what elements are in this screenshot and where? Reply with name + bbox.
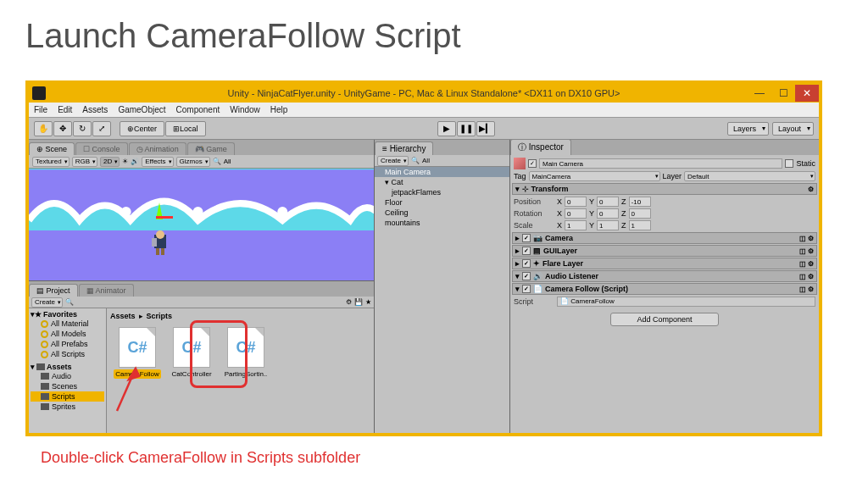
layout-dropdown[interactable]: Layout bbox=[772, 122, 814, 136]
flare-header[interactable]: ▸ ✦ Flare Layer◫ ⚙ bbox=[512, 258, 817, 269]
folder-audio[interactable]: Audio bbox=[31, 371, 104, 381]
search-icon[interactable]: 🔍 bbox=[65, 298, 74, 306]
tab-console[interactable]: ☐ Console bbox=[75, 142, 128, 155]
folder-scripts[interactable]: Scripts bbox=[31, 391, 104, 402]
tag-dropdown[interactable]: MainCamera bbox=[529, 171, 660, 181]
pos-x-field[interactable] bbox=[565, 197, 587, 207]
star-icon[interactable]: ★ bbox=[365, 298, 371, 306]
hier-ceiling[interactable]: Ceiling bbox=[375, 208, 509, 218]
guilayer-enabled-checkbox[interactable] bbox=[522, 247, 531, 255]
menu-help[interactable]: Help bbox=[270, 105, 288, 114]
script-enabled-checkbox[interactable] bbox=[522, 285, 531, 293]
tab-project[interactable]: ▤ Project bbox=[29, 284, 78, 297]
rot-y-field[interactable] bbox=[597, 208, 619, 219]
folder-scenes[interactable]: Scenes bbox=[31, 381, 104, 391]
enabled-checkbox[interactable] bbox=[528, 159, 537, 168]
script-field[interactable]: 📄 CameraFollow bbox=[557, 297, 815, 307]
gear-icon[interactable]: ◫ ⚙ bbox=[799, 247, 814, 255]
fav-prefabs[interactable]: All Prefabs bbox=[31, 339, 104, 349]
menu-edit[interactable]: Edit bbox=[58, 105, 72, 114]
hier-floor[interactable]: Floor bbox=[375, 197, 509, 208]
tab-scene[interactable]: ⊕ Scene bbox=[29, 142, 75, 155]
scale-z-field[interactable] bbox=[629, 220, 651, 230]
gear-icon[interactable]: ⚙ bbox=[808, 186, 814, 193]
pos-z-field[interactable] bbox=[629, 197, 651, 207]
menu-component[interactable]: Component bbox=[176, 105, 220, 114]
breadcrumb-scripts[interactable]: Scripts bbox=[147, 312, 173, 320]
file-catcontroller[interactable]: C# CatController bbox=[168, 327, 215, 378]
tab-hierarchy[interactable]: ≡ Hierarchy bbox=[375, 141, 433, 155]
render-mode-dropdown[interactable]: Textured bbox=[32, 157, 70, 167]
flare-enabled-checkbox[interactable] bbox=[522, 259, 531, 268]
step-button[interactable]: ▶▎ bbox=[476, 121, 495, 136]
audio-header[interactable]: ▾ 🔊 Audio Listener◫ ⚙ bbox=[512, 270, 817, 282]
object-name-field[interactable] bbox=[539, 158, 782, 169]
menu-file[interactable]: File bbox=[34, 105, 47, 114]
mode-2d-toggle[interactable]: 2D bbox=[100, 157, 120, 167]
effects-dropdown[interactable]: Effects bbox=[142, 157, 173, 167]
hier-mountains[interactable]: mountains bbox=[375, 218, 509, 228]
static-checkbox[interactable] bbox=[785, 159, 793, 168]
rotate-tool[interactable]: ↻ bbox=[73, 121, 92, 136]
hier-main-camera[interactable]: Main Camera bbox=[375, 167, 509, 177]
file-camerafollow[interactable]: C# CameraFollow bbox=[114, 327, 161, 378]
menu-assets[interactable]: Assets bbox=[82, 105, 108, 114]
pause-button[interactable]: ❚❚ bbox=[457, 121, 476, 136]
camera-enabled-checkbox[interactable] bbox=[522, 234, 531, 242]
search-icon[interactable]: 🔍 bbox=[213, 158, 221, 165]
layers-dropdown[interactable]: Layers bbox=[727, 122, 769, 136]
scale-y-field[interactable] bbox=[597, 220, 619, 230]
scale-x-field[interactable] bbox=[565, 220, 587, 230]
minimize-button[interactable]: — bbox=[748, 85, 771, 102]
hier-jetpackflames[interactable]: jetpackFlames bbox=[375, 187, 509, 197]
gear-icon[interactable]: ◫ ⚙ bbox=[799, 286, 814, 293]
light-icon[interactable]: ☀ bbox=[122, 158, 128, 165]
camera-header[interactable]: ▸ 📷 Camera◫ ⚙ bbox=[512, 232, 817, 244]
fav-scripts[interactable]: All Scripts bbox=[31, 349, 104, 359]
fav-models[interactable]: All Models bbox=[31, 329, 104, 339]
hand-tool[interactable]: ✋ bbox=[34, 121, 53, 136]
color-mode-dropdown[interactable]: RGB bbox=[72, 157, 97, 167]
breadcrumb-assets[interactable]: Assets bbox=[110, 312, 136, 320]
close-button[interactable]: ✕ bbox=[795, 85, 819, 102]
filter-icon[interactable]: ⚙ bbox=[346, 298, 352, 306]
tab-animator[interactable]: ▦ Animator bbox=[79, 284, 134, 297]
gear-icon[interactable]: ◫ ⚙ bbox=[799, 260, 814, 268]
play-button[interactable]: ▶ bbox=[437, 121, 456, 136]
pivot-local-button[interactable]: ⊞ Local bbox=[165, 121, 206, 136]
move-tool[interactable]: ✥ bbox=[53, 121, 72, 136]
menu-window[interactable]: Window bbox=[230, 105, 260, 114]
audio-icon[interactable]: 🔊 bbox=[131, 158, 139, 165]
transform-header[interactable]: ▾ ⊹ Transform⚙ bbox=[512, 183, 817, 195]
add-component-button[interactable]: Add Component bbox=[610, 313, 718, 326]
file-partingsorting[interactable]: C# PartingSortin.. bbox=[222, 327, 270, 378]
script-header[interactable]: ▾ 📄 Camera Follow (Script)◫ ⚙ bbox=[512, 283, 817, 295]
pos-y-field[interactable] bbox=[597, 197, 619, 207]
scale-tool[interactable]: ⤢ bbox=[92, 121, 111, 136]
pivot-center-button[interactable]: ⊕ Center bbox=[120, 121, 164, 136]
tab-animation[interactable]: ◷ Animation bbox=[129, 142, 186, 155]
gear-icon[interactable]: ◫ ⚙ bbox=[799, 273, 814, 280]
save-icon[interactable]: 💾 bbox=[354, 298, 363, 306]
guilayer-header[interactable]: ▸ ▤ GUILayer◫ ⚙ bbox=[512, 245, 817, 257]
gizmos-dropdown[interactable]: Gizmos bbox=[176, 157, 210, 167]
fav-materials[interactable]: All Material bbox=[31, 319, 104, 329]
assets-header[interactable]: ▾ Assets bbox=[31, 363, 104, 371]
folder-sprites[interactable]: Sprites bbox=[31, 402, 104, 412]
hierarchy-create-dropdown[interactable]: Create bbox=[377, 156, 409, 166]
project-create-dropdown[interactable]: Create bbox=[31, 297, 63, 308]
favorites-header[interactable]: ▾★ Favorites bbox=[31, 310, 104, 319]
rot-z-field[interactable] bbox=[629, 208, 651, 219]
menu-gameobject[interactable]: GameObject bbox=[118, 105, 165, 114]
maximize-button[interactable]: ☐ bbox=[771, 85, 795, 102]
character-sprite[interactable] bbox=[147, 228, 173, 258]
layer-dropdown[interactable]: Default bbox=[684, 171, 815, 181]
rot-x-field[interactable] bbox=[565, 208, 587, 219]
tab-game[interactable]: 🎮 Game bbox=[187, 142, 235, 155]
gear-icon[interactable]: ◫ ⚙ bbox=[799, 235, 814, 242]
scene-view[interactable] bbox=[29, 169, 374, 280]
search-icon[interactable]: 🔍 bbox=[411, 157, 420, 164]
hier-cat[interactable]: ▾ Cat bbox=[375, 177, 509, 187]
audio-enabled-checkbox[interactable] bbox=[522, 272, 531, 280]
tab-inspector[interactable]: ⓘ Inspector bbox=[510, 139, 571, 155]
